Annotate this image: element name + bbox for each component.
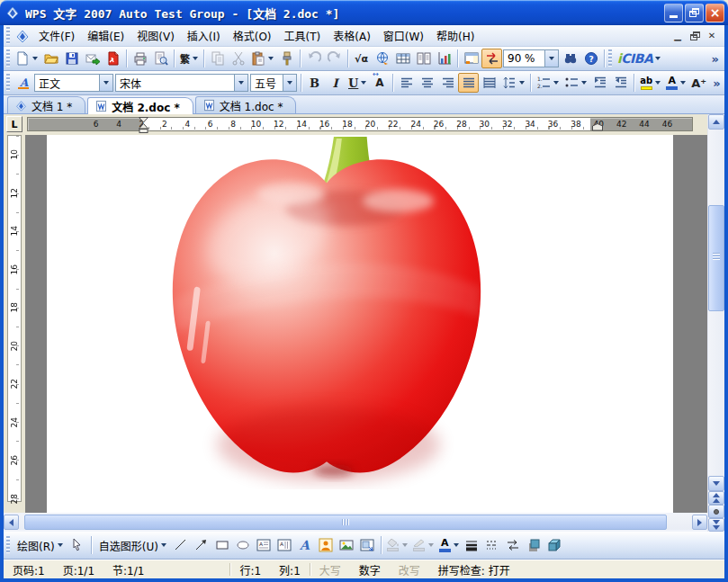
dash-style-button[interactable] xyxy=(482,535,503,555)
indent-marker-first-line[interactable] xyxy=(139,117,148,133)
clip-art-button[interactable] xyxy=(316,535,337,555)
tab-stop-selector[interactable]: L xyxy=(6,116,22,132)
minimize-button[interactable] xyxy=(664,4,683,22)
undo-button[interactable] xyxy=(303,49,324,68)
horizontal-ruler[interactable]: 642 2468101214161820222426283032343638 4… xyxy=(27,117,693,131)
draw-menu-button[interactable]: 绘图(R) xyxy=(13,535,67,555)
menu-item[interactable]: 帮助(H) xyxy=(430,26,481,45)
open-button[interactable] xyxy=(40,49,61,68)
distribute-button[interactable] xyxy=(479,73,499,93)
copy-button[interactable] xyxy=(207,49,228,68)
iciba-button[interactable]: iCIBA xyxy=(615,49,663,68)
doc-close-button[interactable]: ✕ xyxy=(705,30,719,42)
arrow-style-button[interactable] xyxy=(503,535,524,555)
hyperlink-button[interactable] xyxy=(372,49,392,68)
font-size-dropdown-button[interactable] xyxy=(283,75,296,91)
task-pane-button[interactable] xyxy=(461,49,481,68)
new-document-button[interactable] xyxy=(13,49,40,68)
select-objects-button[interactable] xyxy=(67,535,88,555)
select-browse-object-button[interactable] xyxy=(708,505,724,518)
numbering-button[interactable]: 1.2. xyxy=(534,73,562,93)
insert-table-button[interactable] xyxy=(392,49,413,68)
find-button[interactable] xyxy=(560,49,580,68)
fill-color-button[interactable] xyxy=(384,535,410,555)
scroll-up-button[interactable] xyxy=(708,114,724,130)
line-spacing-button[interactable] xyxy=(499,73,527,93)
highlight-button[interactable]: ab xyxy=(637,73,663,93)
indent-marker-right[interactable] xyxy=(592,123,603,131)
toolbar-overflow-button[interactable]: » xyxy=(709,76,724,90)
italic-button[interactable]: I xyxy=(325,73,346,93)
paste-button[interactable] xyxy=(248,49,276,68)
menu-item[interactable]: 窗口(W) xyxy=(377,26,430,45)
previous-page-button[interactable] xyxy=(708,491,724,505)
menu-item[interactable]: 文件(F) xyxy=(32,26,81,45)
draw-font-color-button[interactable]: A xyxy=(436,535,462,555)
tab-document-2-active[interactable]: 文档 2.doc * xyxy=(87,97,193,114)
vertical-ruler[interactable]: 10121416182022242628 xyxy=(4,135,25,513)
insert-frame-button[interactable] xyxy=(357,535,378,555)
line-style-button[interactable] xyxy=(462,535,482,555)
chart-button[interactable] xyxy=(434,49,454,68)
columns-button[interactable] xyxy=(413,49,434,68)
zoom-dropdown-button[interactable] xyxy=(544,50,558,67)
format-painter-button[interactable] xyxy=(276,49,297,68)
vertical-text-box-button[interactable]: A xyxy=(274,535,295,555)
menu-item[interactable]: 编辑(E) xyxy=(81,26,130,45)
align-right-button[interactable] xyxy=(437,73,458,93)
increase-indent-button[interactable] xyxy=(610,73,631,93)
wordart-button[interactable]: A xyxy=(295,535,316,555)
styles-button[interactable]: A xyxy=(13,73,33,93)
3d-style-button[interactable] xyxy=(544,535,565,555)
close-button[interactable]: × xyxy=(706,4,724,22)
shadow-style-button[interactable] xyxy=(524,535,544,555)
tab-document-1[interactable]: 文档 1 * xyxy=(7,96,85,113)
underline-button[interactable]: U xyxy=(346,73,369,93)
arrow-tool-button[interactable] xyxy=(192,535,212,555)
menu-item[interactable]: 插入(I) xyxy=(181,26,227,45)
line-tool-button[interactable] xyxy=(171,535,192,555)
insert-picture-button[interactable] xyxy=(337,535,357,555)
traditional-convert-button[interactable]: 繁 xyxy=(177,49,201,68)
char-scale-button[interactable]: A↔ xyxy=(369,73,390,93)
font-size-combobox[interactable]: 五号 xyxy=(250,74,297,92)
apple-image[interactable] xyxy=(166,137,486,489)
vertical-scroll-track[interactable] xyxy=(708,130,724,476)
save-button[interactable] xyxy=(61,49,82,68)
menu-item[interactable]: 视图(V) xyxy=(130,26,181,45)
grow-font-button[interactable]: A⁺ xyxy=(688,73,709,93)
redo-button[interactable] xyxy=(324,49,345,68)
autoshapes-button[interactable]: 自选图形(U) xyxy=(94,535,171,555)
menu-item[interactable]: 格式(O) xyxy=(227,26,278,45)
pdf-export-button[interactable] xyxy=(103,49,123,68)
zoom-combobox[interactable]: 90 % xyxy=(503,49,559,67)
doc-restore-button[interactable] xyxy=(688,30,702,42)
help-button[interactable]: ? xyxy=(580,49,601,68)
print-preview-button[interactable] xyxy=(150,49,171,68)
oval-tool-button[interactable] xyxy=(233,535,254,555)
horizontal-scroll-track[interactable] xyxy=(19,515,692,530)
text-wrap-toggle[interactable] xyxy=(481,49,502,68)
tab-document-1-doc[interactable]: 文档 1.doc * xyxy=(195,96,297,113)
bold-button[interactable]: B xyxy=(304,73,325,93)
bullets-button[interactable] xyxy=(562,73,589,93)
horizontal-scroll-thumb[interactable] xyxy=(24,515,667,530)
style-combobox[interactable]: 正文 xyxy=(34,74,113,92)
align-left-button[interactable] xyxy=(396,73,417,93)
scroll-right-button[interactable] xyxy=(692,515,707,530)
font-combobox[interactable]: 宋体 xyxy=(115,74,248,92)
restore-button[interactable] xyxy=(685,4,704,22)
font-dropdown-button[interactable] xyxy=(234,75,247,91)
next-page-button[interactable] xyxy=(708,518,724,532)
menu-item[interactable]: 表格(A) xyxy=(327,26,377,45)
mail-send-button[interactable] xyxy=(82,49,103,68)
vertical-scroll-thumb[interactable] xyxy=(708,205,724,311)
toolbar-overflow-button[interactable]: » xyxy=(708,52,723,66)
text-box-button[interactable]: A xyxy=(254,535,274,555)
line-color-button[interactable] xyxy=(410,535,436,555)
rectangle-tool-button[interactable] xyxy=(212,535,233,555)
font-color-button[interactable]: A xyxy=(663,73,688,93)
align-justify-button[interactable] xyxy=(458,73,479,93)
formula-button[interactable]: √α xyxy=(351,49,372,68)
align-center-button[interactable] xyxy=(417,73,437,93)
